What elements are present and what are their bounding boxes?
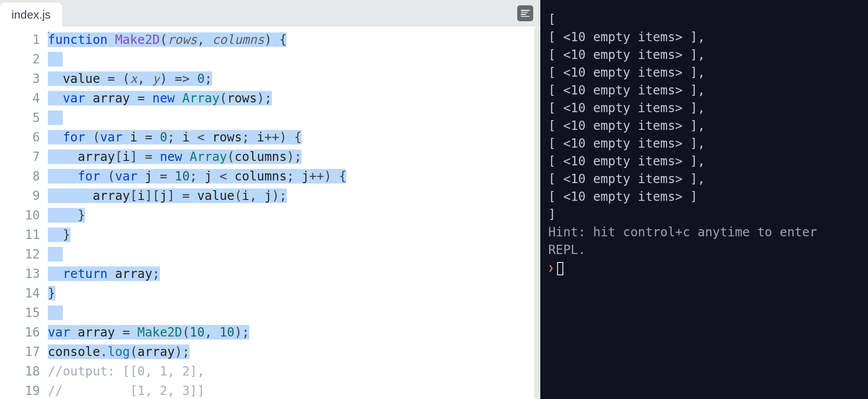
token: ( — [182, 325, 190, 340]
token: , — [205, 325, 220, 340]
terminal-hint: Hint: hit control+c anytime to enter REP… — [548, 223, 860, 259]
code-line[interactable]: value = (x, y) => 0; — [48, 69, 540, 89]
token: ] = — [167, 188, 197, 203]
format-icon[interactable] — [517, 5, 533, 21]
token: array — [115, 266, 152, 281]
code-line[interactable]: } — [48, 284, 540, 303]
vertical-scrollbar[interactable] — [534, 27, 540, 399]
token — [137, 169, 145, 184]
token: var — [100, 130, 123, 145]
token — [48, 305, 63, 320]
token: ][ — [145, 188, 160, 203]
line-number: 10 — [0, 206, 40, 225]
token: rows — [227, 91, 257, 106]
line-number: 16 — [0, 323, 40, 342]
code-line[interactable]: array[i][j] = value(i, j); — [48, 186, 540, 206]
line-number: 5 — [0, 108, 40, 128]
line-number: 18 — [0, 362, 40, 381]
token: columns — [234, 149, 287, 164]
code-line[interactable]: function Make2D(rows, columns) { — [48, 30, 540, 50]
token: j — [302, 169, 309, 184]
token: ); — [272, 188, 287, 203]
token — [48, 52, 63, 66]
token — [48, 188, 93, 203]
code-line[interactable]: for (var j = 10; j < columns; j++) { — [48, 167, 540, 186]
token: ] = — [130, 149, 159, 164]
token: , — [137, 71, 152, 86]
token: for — [78, 169, 100, 184]
token — [182, 149, 190, 164]
code-line[interactable] — [48, 108, 540, 128]
code-content[interactable]: function Make2D(rows, columns) { value =… — [48, 27, 540, 399]
token — [85, 91, 93, 106]
code-line[interactable]: } — [48, 225, 540, 245]
code-line[interactable]: console.log(array); — [48, 342, 540, 362]
token: ( — [227, 149, 235, 164]
token — [48, 208, 78, 223]
code-line[interactable] — [48, 303, 540, 323]
token: array — [137, 344, 174, 359]
token: j — [205, 169, 212, 184]
token — [48, 266, 63, 281]
token: } — [78, 208, 85, 223]
token: ); — [287, 149, 302, 164]
code-line[interactable]: // [1, 2, 3]] — [48, 381, 540, 399]
token — [48, 71, 63, 86]
token: for — [63, 130, 85, 145]
token: j — [145, 169, 152, 184]
token: ; — [242, 130, 257, 145]
code-line[interactable]: var array = Make2D(10, 10); — [48, 323, 540, 342]
token — [48, 130, 63, 145]
token: = — [115, 325, 138, 340]
code-editor[interactable]: 12345678910111213141516171819 function M… — [0, 27, 540, 399]
tab-bar: index.js — [0, 0, 540, 27]
code-line[interactable]: var array = new Array(rows); — [48, 89, 540, 108]
code-line[interactable]: //output: [[0, 1, 2], — [48, 362, 540, 381]
token: j — [160, 188, 167, 203]
token: function — [48, 32, 108, 47]
token — [175, 91, 182, 106]
token: ( — [100, 169, 115, 184]
token — [108, 266, 115, 281]
line-number: 13 — [0, 264, 40, 284]
tab-index-js[interactable]: index.js — [0, 3, 62, 27]
terminal-output: [ [ <10 empty items> ], [ <10 empty item… — [548, 11, 860, 223]
code-line[interactable]: array[i] = new Array(columns); — [48, 147, 540, 167]
token: i — [242, 188, 249, 203]
token: ) { — [279, 130, 302, 145]
line-number: 8 — [0, 167, 40, 186]
terminal-line: [ <10 empty items> ] — [548, 188, 860, 206]
code-line[interactable]: return array; — [48, 264, 540, 284]
token: rows — [212, 130, 242, 145]
token: = — [130, 91, 152, 106]
line-number: 11 — [0, 225, 40, 245]
token: , — [197, 32, 212, 47]
token: } — [48, 286, 55, 301]
token: var — [115, 169, 138, 184]
code-line[interactable]: } — [48, 206, 540, 225]
token: new — [152, 91, 175, 106]
token — [48, 149, 78, 164]
token: = — [152, 169, 175, 184]
token: ++ — [264, 130, 279, 145]
token: array — [78, 149, 115, 164]
line-number: 3 — [0, 69, 40, 89]
token: ); — [234, 325, 249, 340]
token: 10 — [175, 169, 190, 184]
terminal-line: [ <10 empty items> ], — [548, 46, 860, 64]
token: log — [108, 344, 130, 359]
token: ( — [234, 188, 242, 203]
line-number-gutter: 12345678910111213141516171819 — [0, 27, 48, 399]
token: var — [63, 91, 85, 106]
terminal-prompt-line[interactable]: ❯ — [548, 259, 860, 278]
code-line[interactable]: for (var i = 0; i < rows; i++) { — [48, 128, 540, 147]
token: //output: [[0, 1, 2], — [48, 364, 212, 379]
code-line[interactable] — [48, 245, 540, 264]
token: array — [93, 188, 130, 203]
terminal-pane[interactable]: [ [ <10 empty items> ], [ <10 empty item… — [540, 0, 868, 399]
terminal-cursor — [557, 262, 563, 275]
line-number: 2 — [0, 50, 40, 69]
code-line[interactable] — [48, 50, 540, 69]
token: < — [190, 130, 212, 145]
line-number: 12 — [0, 245, 40, 264]
